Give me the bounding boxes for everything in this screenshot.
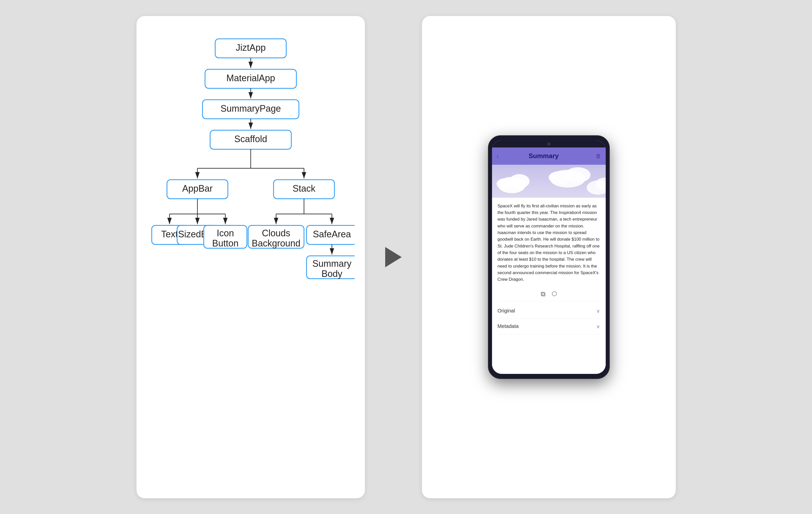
cloudsbackground-label: Clouds xyxy=(262,228,290,238)
app-bar: ‹ Summary 🗑 xyxy=(492,147,606,165)
text-label: Text xyxy=(161,229,178,239)
iconbutton-label: Icon xyxy=(216,228,234,238)
phone-mockup-panel: ‹ Summary 🗑 xyxy=(422,16,676,498)
summary-text: SpaceX will fly its first all-civilian m… xyxy=(498,203,600,283)
app-bar-title: Summary xyxy=(502,152,585,160)
stack-label: Stack xyxy=(292,183,315,193)
camera-dot xyxy=(547,142,550,145)
widget-tree-panel: .node-rect { fill: white; stroke: #2196F… xyxy=(137,16,365,498)
tree-diagram: .node-rect { fill: white; stroke: #2196F… xyxy=(147,31,355,476)
clouds-background xyxy=(492,165,606,198)
copy-button[interactable]: ⧉ xyxy=(541,290,546,298)
back-button[interactable]: ‹ xyxy=(497,152,499,161)
scaffold-label: Scaffold xyxy=(234,134,267,144)
action-icons-row: ⧉ ⬡ xyxy=(498,287,600,301)
appbar-label: AppBar xyxy=(182,183,212,193)
original-label: Original xyxy=(498,308,515,314)
phone-top-bar xyxy=(492,140,606,147)
summarybody-label: Summary xyxy=(312,258,351,268)
svg-point-36 xyxy=(549,171,572,184)
direction-arrow xyxy=(385,247,402,267)
phone-device: ‹ Summary 🗑 xyxy=(488,135,610,379)
metadata-chevron: ∨ xyxy=(596,323,600,330)
content-area: SpaceX will fly its first all-civilian m… xyxy=(492,198,606,374)
iconbutton-label2: Button xyxy=(212,238,238,248)
arrow-icon xyxy=(385,247,402,267)
summarypage-label: SummaryPage xyxy=(220,103,281,113)
clouds-svg xyxy=(492,165,606,198)
jiztapp-label: JiztApp xyxy=(235,42,265,53)
share-button[interactable]: ⬡ xyxy=(552,290,557,298)
original-chevron: ∨ xyxy=(596,308,600,314)
materialapp-label: MaterialApp xyxy=(226,73,275,83)
cloudsbackground-label2: Background xyxy=(252,238,300,248)
safearea-label: SafeArea xyxy=(313,229,351,239)
summarybody-label2: Body xyxy=(321,268,342,279)
metadata-label: Metadata xyxy=(498,323,519,329)
phone-screen: ‹ Summary 🗑 xyxy=(492,140,606,374)
delete-button[interactable]: 🗑 xyxy=(596,153,601,160)
metadata-dropdown[interactable]: Metadata ∨ xyxy=(498,319,600,334)
original-dropdown[interactable]: Original ∨ xyxy=(498,303,600,319)
svg-point-33 xyxy=(497,178,514,189)
